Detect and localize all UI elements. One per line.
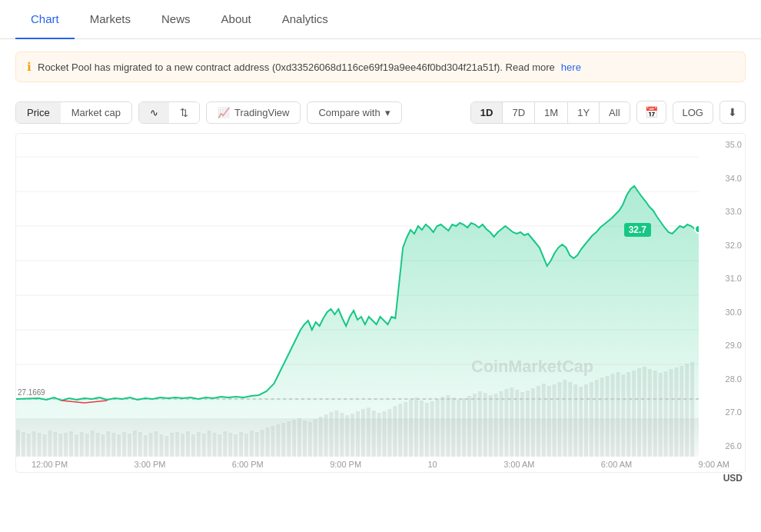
x-label-600pm: 6:00 PM: [232, 460, 264, 469]
x-label-300pm: 3:00 PM: [134, 460, 165, 469]
download-icon: ⬇: [728, 106, 737, 118]
price-chart-container: CoinMarketCap 27.1669 32.7 35.0 34.0 33.…: [15, 133, 746, 473]
info-icon: ℹ: [27, 60, 32, 74]
y-axis-31: 31.0: [699, 274, 742, 283]
y-axis-35: 35.0: [699, 140, 742, 149]
compare-label: Compare with: [318, 107, 380, 118]
chart-area: CoinMarketCap 27.1669 32.7: [16, 134, 699, 457]
tradingview-icon: 📈: [218, 107, 230, 118]
log-button[interactable]: LOG: [673, 101, 713, 124]
calendar-icon: 📅: [645, 106, 658, 118]
chevron-down-icon: ▾: [385, 107, 390, 118]
time-7d[interactable]: 7D: [503, 102, 535, 123]
banner-link[interactable]: here: [561, 62, 581, 73]
x-axis: 12:00 PM 3:00 PM 6:00 PM 9:00 PM 10 3:00…: [16, 457, 745, 472]
tradingview-label: TradingView: [234, 107, 290, 118]
calendar-button[interactable]: 📅: [636, 101, 666, 124]
line-chart-icon: ∿: [150, 107, 158, 118]
y-axis-26: 26.0: [699, 441, 742, 451]
compare-button[interactable]: Compare with ▾: [307, 101, 401, 124]
price-toggle-group: Price Market cap: [15, 101, 132, 124]
chart-area-fill: [16, 186, 699, 457]
y-axis-33: 33.0: [699, 207, 742, 216]
migration-banner: ℹ Rocket Pool has migrated to a new cont…: [15, 52, 746, 82]
market-cap-button[interactable]: Market cap: [61, 102, 131, 123]
watermark-text: CoinMarketCap: [471, 357, 593, 376]
y-axis-34: 34.0: [699, 174, 742, 183]
price-button[interactable]: Price: [16, 102, 61, 123]
currency-label: USD: [0, 473, 761, 484]
current-price-tag: 32.7: [624, 223, 651, 237]
x-label-1200pm: 12:00 PM: [32, 460, 68, 469]
y-axis-30: 30.0: [699, 308, 742, 317]
time-1m[interactable]: 1M: [535, 102, 568, 123]
candle-chart-icon: ⇅: [180, 107, 188, 118]
y-axis-27: 27.0: [699, 407, 742, 417]
x-label-600am: 6:00 AM: [601, 460, 632, 469]
y-axis-32: 32.0: [699, 241, 742, 250]
tab-news[interactable]: News: [146, 0, 206, 39]
line-chart-button[interactable]: ∿: [139, 102, 169, 123]
tab-markets[interactable]: Markets: [75, 0, 146, 39]
x-label-900pm: 9:00 PM: [330, 460, 361, 469]
tab-about[interactable]: About: [206, 0, 267, 39]
y-axis-29: 29.0: [699, 341, 742, 350]
candle-chart-button[interactable]: ⇅: [169, 102, 199, 123]
y-axis-28: 28.0: [699, 374, 742, 384]
current-price-dot: [695, 225, 699, 233]
y-axis: 35.0 34.0 33.0 32.0 31.0 30.0 29.0 28.0 …: [699, 134, 745, 457]
banner-text: Rocket Pool has migrated to a new contra…: [38, 62, 555, 73]
tab-nav: Chart Markets News About Analytics: [0, 0, 761, 39]
chart-toolbar: Price Market cap ∿ ⇅ 📈 TradingView Compa…: [0, 95, 761, 133]
chart-type-group: ∿ ⇅: [138, 101, 200, 124]
time-1y[interactable]: 1Y: [568, 102, 600, 123]
tab-analytics[interactable]: Analytics: [267, 0, 344, 39]
x-label-10: 10: [428, 460, 437, 469]
tab-chart[interactable]: Chart: [15, 0, 75, 39]
time-period-group: 1D 7D 1M 1Y All: [470, 101, 630, 124]
start-price-label: 27.1669: [18, 388, 45, 397]
x-label-900am: 9:00 AM: [699, 460, 729, 469]
x-label-300am: 3:00 AM: [503, 460, 534, 469]
download-button[interactable]: ⬇: [719, 101, 746, 124]
tradingview-button[interactable]: 📈 TradingView: [206, 101, 301, 124]
time-1d[interactable]: 1D: [471, 102, 503, 123]
chart-svg: CoinMarketCap 27.1669: [16, 134, 699, 457]
time-all[interactable]: All: [600, 102, 629, 123]
